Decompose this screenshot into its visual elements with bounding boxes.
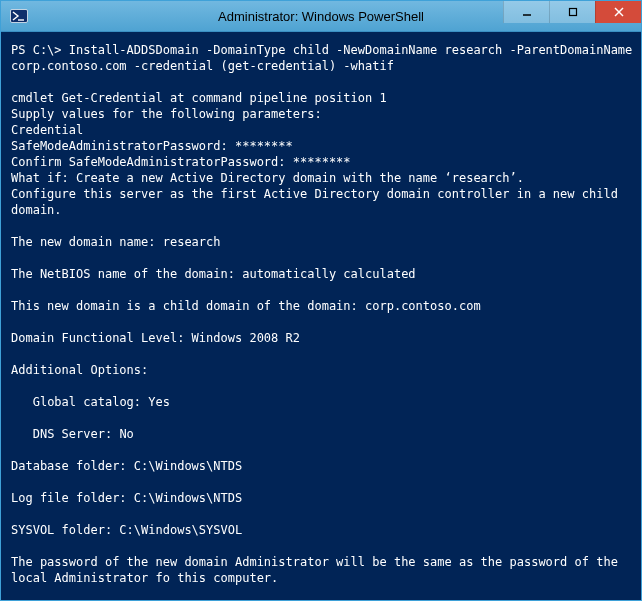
maximize-button[interactable] (549, 1, 595, 23)
output-line: Database folder: C:\Windows\NTDS (11, 459, 242, 473)
output-line: Additional Options: (11, 363, 148, 377)
output-line: Global catalog: Yes (11, 395, 170, 409)
output-line: SafeModeAdministratorPassword: ******** (11, 139, 293, 153)
output-line: The NetBIOS name of the domain: automati… (11, 267, 416, 281)
output-line: Confirm SafeModeAdministratorPassword: *… (11, 155, 351, 169)
minimize-button[interactable] (503, 1, 549, 23)
output-line: Credential (11, 123, 83, 137)
titlebar[interactable]: Administrator: Windows PowerShell (1, 1, 641, 32)
output-line: The password of the new domain Administr… (11, 555, 625, 585)
window-buttons (503, 1, 641, 23)
output-line: SYSVOL folder: C:\Windows\SYSVOL (11, 523, 242, 537)
command-input: Install-ADDSDomain -DomainType child -Ne… (11, 43, 640, 73)
output-line: Domain Functional Level: Windows 2008 R2 (11, 331, 300, 345)
output-line: Configure this server as the first Activ… (11, 187, 625, 217)
output-line: cmdlet Get-Credential at command pipelin… (11, 91, 387, 105)
output-line: Log file folder: C:\Windows\NTDS (11, 491, 242, 505)
close-icon (614, 7, 624, 17)
prompt: PS C:\> (11, 43, 69, 57)
svg-rect-3 (569, 9, 576, 16)
output-line: The new domain name: research (11, 235, 221, 249)
output-line: What if: Create a new Active Directory d… (11, 171, 524, 185)
output-line: Supply values for the following paramete… (11, 107, 322, 121)
output-line: DNS Server: No (11, 427, 134, 441)
powershell-icon (9, 6, 29, 26)
console-area[interactable]: PS C:\> Install-ADDSDomain -DomainType c… (1, 32, 641, 600)
minimize-icon (522, 7, 532, 17)
powershell-window: Administrator: Windows PowerShell PS C:\… (0, 0, 642, 601)
output-line: This new domain is a child domain of the… (11, 299, 481, 313)
close-button[interactable] (595, 1, 641, 23)
maximize-icon (568, 7, 578, 17)
